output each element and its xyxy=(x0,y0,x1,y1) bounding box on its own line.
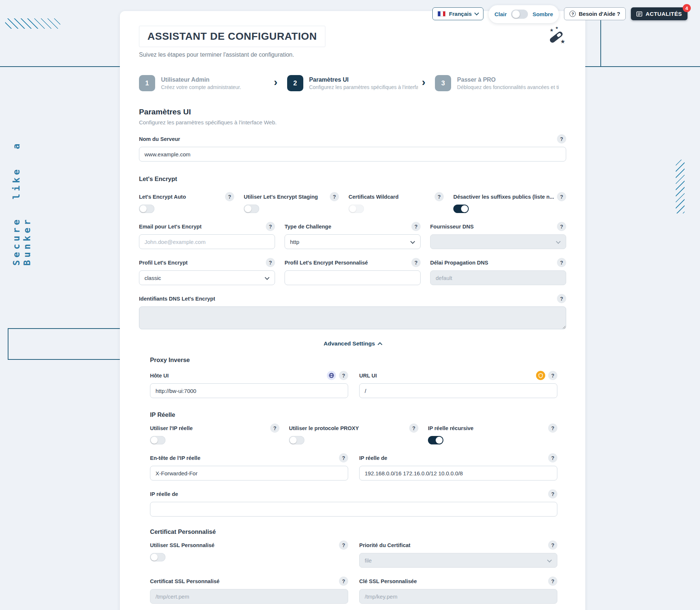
recursive-real-ip-toggle[interactable] xyxy=(428,436,443,444)
switch-knob xyxy=(512,10,520,18)
toggle-label: Utiliser SSL Personnalisé xyxy=(150,542,214,548)
news-button[interactable]: ACTUALITÉS 4 xyxy=(631,7,688,20)
help-icon[interactable]: ? xyxy=(548,489,557,499)
le-auto-toggle[interactable] xyxy=(139,205,154,213)
step-go-pro[interactable]: 3 Passer à PRO Débloquez des fonctionnal… xyxy=(435,75,566,91)
toggle-label: Désactiver les suffixes publics (liste n… xyxy=(453,194,554,200)
chevron-down-icon xyxy=(265,275,269,280)
help-icon[interactable]: ? xyxy=(270,423,279,433)
field-label: Profil Let's Encrypt Personnalisé xyxy=(285,260,368,266)
theme-switch[interactable] xyxy=(511,10,528,19)
help-icon[interactable]: ? xyxy=(339,577,348,586)
toggle-label: Certificats Wildcard xyxy=(349,194,399,200)
step-admin-user[interactable]: 1 Utilisateur Admin Créez votre compte a… xyxy=(139,75,270,91)
help-icon[interactable]: ? xyxy=(435,192,444,201)
diagonal-hatch-decoration xyxy=(5,18,60,29)
diagonal-hatch-decoration xyxy=(676,160,685,213)
select-value: classic xyxy=(144,275,161,281)
help-icon[interactable]: ? xyxy=(548,371,557,380)
question-circle-icon: ? xyxy=(569,11,576,17)
toggle-label: Let's Encrypt Auto xyxy=(139,194,186,200)
chevron-down-icon xyxy=(474,11,479,15)
language-label: Français xyxy=(449,11,472,17)
le-public-suffix-toggle[interactable] xyxy=(453,205,469,213)
chevron-right-icon: › xyxy=(418,77,435,90)
help-icon[interactable]: ? xyxy=(339,540,348,550)
advanced-settings-toggle[interactable]: Advanced Settings xyxy=(139,340,566,347)
le-custom-profile-input[interactable] xyxy=(285,270,421,285)
globe-icon[interactable] xyxy=(327,371,336,380)
proxy-protocol-field: Utiliser le protocole PROXY ? xyxy=(289,423,418,444)
shield-icon[interactable] xyxy=(536,371,545,380)
help-icon[interactable]: ? xyxy=(548,577,557,586)
help-icon[interactable]: ? xyxy=(266,258,275,267)
advanced-settings-label: Advanced Settings xyxy=(324,340,375,347)
help-icon[interactable]: ? xyxy=(266,222,275,231)
custom-cert-file-input xyxy=(150,589,348,604)
dns-credentials-field: Identifiants DNS Let's Encrypt ? xyxy=(139,294,566,329)
help-icon[interactable]: ? xyxy=(557,258,566,267)
magic-wand-icon: ★ ★ ★ xyxy=(547,27,566,46)
section-title: Paramètres UI xyxy=(139,107,566,116)
help-icon[interactable]: ? xyxy=(557,192,566,201)
help-icon[interactable]: ? xyxy=(557,294,566,303)
field-label: URL UI xyxy=(359,373,377,379)
proxy-protocol-toggle[interactable] xyxy=(289,436,304,444)
step-label: Passer à PRO xyxy=(457,77,559,83)
field-label: Email pour Let's Encrypt xyxy=(139,224,201,230)
ui-url-input[interactable] xyxy=(359,383,557,398)
help-icon[interactable]: ? xyxy=(548,453,557,462)
field-label: Identifiants DNS Let's Encrypt xyxy=(139,296,215,302)
step-label: Utilisateur Admin xyxy=(161,77,241,83)
server-name-input[interactable] xyxy=(139,147,566,162)
cert-priority-select: file xyxy=(359,553,557,568)
real-ip-from2-input[interactable] xyxy=(150,502,557,517)
field-label: IP réelle de xyxy=(150,491,178,497)
dns-provider-select xyxy=(430,234,566,249)
help-icon[interactable]: ? xyxy=(557,222,566,231)
real-ip-from-input[interactable] xyxy=(359,466,557,480)
real-ip-header-input[interactable] xyxy=(150,466,348,480)
divider-line xyxy=(0,66,120,67)
le-email-input[interactable] xyxy=(139,234,275,249)
recursive-real-ip-field: IP réelle récursive ? xyxy=(428,423,557,444)
help-icon[interactable]: ? xyxy=(411,258,421,267)
help-icon[interactable]: ? xyxy=(557,134,566,143)
toggle-label: IP réelle récursive xyxy=(428,425,474,431)
step-ui-settings[interactable]: 2 Paramètres UI Configurez les paramètre… xyxy=(287,75,418,91)
step-number-badge: 3 xyxy=(435,75,451,91)
help-icon[interactable]: ? xyxy=(339,453,348,462)
help-button[interactable]: ? Besoin d'Aide ? xyxy=(564,7,626,20)
newspaper-icon xyxy=(636,11,642,17)
custom-key-file-input xyxy=(359,589,557,604)
help-icon[interactable]: ? xyxy=(339,371,348,380)
help-icon[interactable]: ? xyxy=(548,540,557,550)
help-icon[interactable]: ? xyxy=(225,192,234,201)
language-selector[interactable]: Français xyxy=(432,7,483,20)
le-staging-toggle[interactable] xyxy=(244,205,259,213)
cert-priority-field: Priorité du Certificat ? file xyxy=(359,540,557,568)
use-custom-ssl-toggle[interactable] xyxy=(150,553,165,561)
use-real-ip-toggle[interactable] xyxy=(150,436,165,444)
step-label: Paramètres UI xyxy=(309,77,418,83)
field-label: Certificat SSL Personnalisé xyxy=(150,578,219,584)
challenge-type-select[interactable]: http xyxy=(285,234,421,249)
select-value: http xyxy=(290,239,299,245)
help-icon[interactable]: ? xyxy=(411,222,421,231)
wizard-stepper: 1 Utilisateur Admin Créez votre compte a… xyxy=(139,75,566,91)
theme-toggle-group: Clair Sombre xyxy=(489,5,559,23)
challenge-type-field: Type de Challenge ? http xyxy=(285,222,421,249)
help-icon[interactable]: ? xyxy=(409,423,418,433)
news-button-label: ACTUALITÉS xyxy=(646,11,682,17)
ui-host-input[interactable] xyxy=(150,383,348,398)
le-wildcard-field: Certificats Wildcard ? xyxy=(349,192,444,213)
help-button-label: Besoin d'Aide ? xyxy=(579,11,620,17)
help-icon[interactable]: ? xyxy=(548,423,557,433)
dns-credentials-textarea xyxy=(139,306,566,329)
notification-badge: 4 xyxy=(683,4,691,12)
help-icon[interactable]: ? xyxy=(330,192,339,201)
french-flag-icon xyxy=(438,11,446,17)
le-profile-select[interactable]: classic xyxy=(139,270,275,285)
toggle-label: Utiliser le protocole PROXY xyxy=(289,425,359,431)
chevron-down-icon xyxy=(547,558,552,563)
